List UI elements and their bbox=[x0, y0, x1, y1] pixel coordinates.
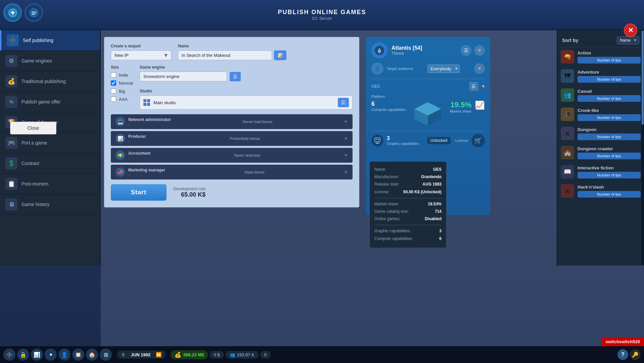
bottom-icon-scan[interactable]: 🔲 bbox=[72, 349, 84, 361]
bottom-icon-grid[interactable]: ⊞ bbox=[100, 349, 112, 361]
pause-button[interactable]: ⏸ bbox=[121, 352, 126, 357]
genre-btn-action[interactable]: Number of tips bbox=[578, 57, 641, 64]
audience-info: Target audience bbox=[387, 67, 413, 71]
bottom-bar: ➕ 🔒 📊 ✦ 👤 🔲 🏠 ⊞ ⏸ JUN 1992 ⏩ 💰 568.22 M$… bbox=[0, 346, 644, 363]
staff-icon-producer: 📊 bbox=[116, 134, 125, 143]
size-normal-checkbox[interactable] bbox=[111, 80, 116, 86]
sort-select[interactable]: Name bbox=[617, 36, 639, 44]
bottom-icon-lock[interactable]: 🔒 bbox=[17, 349, 29, 361]
genre-icon-casual: 👥 bbox=[561, 88, 574, 102]
staff-row-network-admin[interactable]: 💻 Network administrator - Server load bo… bbox=[111, 114, 353, 129]
dice-button[interactable]: 🎲 bbox=[274, 50, 286, 60]
game-engines-icon: ⚙ bbox=[5, 55, 17, 67]
genre-item-hack-n-slash: ⚔ Hack'n'slash Number of tips bbox=[557, 182, 644, 201]
genre-btn-casual[interactable]: Number of tips bbox=[578, 95, 641, 102]
size-indie[interactable]: Indie bbox=[111, 72, 133, 78]
popup-manufacturer-label: Manufacturer: bbox=[374, 174, 399, 180]
name-input-row: 🎲 bbox=[178, 50, 353, 60]
popup-catalog-value: 714 bbox=[435, 208, 442, 215]
staff-row-accountant[interactable]: 💵 Accountant - Taxes' reduction ▼ bbox=[111, 148, 353, 163]
staff-section: 💻 Network administrator - Server load bo… bbox=[111, 114, 353, 179]
popup-license-label: License: bbox=[374, 189, 389, 195]
icon-left-1[interactable] bbox=[3, 3, 22, 22]
sidebar-item-game-history[interactable]: 🖥 Game history bbox=[0, 194, 100, 215]
form-row-sequel-name: Create a sequel New IP ▼ Name 🎲 bbox=[111, 44, 353, 60]
help-button[interactable]: ? bbox=[617, 349, 628, 360]
form-group-sequel: Create a sequel New IP ▼ bbox=[111, 44, 171, 60]
platform-divider-2 bbox=[371, 131, 485, 131]
audience-heart-button[interactable]: ♥ bbox=[474, 63, 485, 74]
studio-grid-icon bbox=[143, 99, 150, 106]
sidebar-item-game-engines[interactable]: ⚙ Game engines bbox=[0, 51, 100, 71]
staff-row-producer[interactable]: 📊 Producer - Productivity bonus ▼ bbox=[111, 131, 353, 146]
sidebar-item-post-mortem[interactable]: 📋 Post-mortem bbox=[0, 174, 100, 194]
engine-input[interactable] bbox=[140, 72, 227, 81]
bottom-icon-plus[interactable]: ➕ bbox=[3, 349, 15, 361]
popup-release-label: Release date: bbox=[374, 181, 399, 188]
platform-header: Atlantis [54] Theme ☰ ♥ bbox=[371, 42, 485, 58]
sidebar-item-contract[interactable]: 💲 Contract bbox=[0, 153, 100, 174]
nintendo-label: switch bbox=[605, 339, 619, 344]
audience-select[interactable]: Everybody bbox=[427, 65, 460, 73]
name-input[interactable] bbox=[178, 50, 272, 60]
staff-dash-marketing: ▼ bbox=[344, 170, 348, 174]
svg-rect-15 bbox=[375, 143, 379, 144]
bottom-icon-home[interactable]: 🏠 bbox=[86, 349, 98, 361]
info-popup: Name: GES Manufacturer: Grantendo Releas… bbox=[369, 161, 447, 248]
sidebar-item-self-publishing[interactable]: ➕ Self publishing bbox=[0, 30, 100, 51]
fast-forward-button[interactable]: ⏩ bbox=[156, 352, 162, 357]
genre-btn-dungeon[interactable]: Number of tips bbox=[578, 133, 641, 140]
platform-theme: Theme bbox=[392, 51, 457, 56]
genre-icon-dungeon: ⚔ bbox=[561, 127, 574, 140]
platform-name: Atlantis [54] bbox=[392, 45, 457, 51]
genre-btn-dungeon-crawler[interactable]: Number of tips bbox=[578, 153, 641, 159]
bottom-icon-star[interactable]: ✦ bbox=[45, 349, 57, 361]
size-aaa[interactable]: AAA bbox=[111, 96, 133, 102]
genre-item-crook-like: 🎩 Crook-like Number of tips bbox=[557, 105, 644, 124]
size-aaa-checkbox[interactable] bbox=[111, 96, 116, 102]
genre-btn-adventure[interactable]: Number of tips bbox=[578, 76, 641, 83]
bottom-icon-chart[interactable]: 📊 bbox=[31, 349, 43, 361]
bottom-icon-person[interactable]: 👤 bbox=[58, 349, 71, 361]
size-normal[interactable]: Normal bbox=[111, 80, 133, 86]
sequel-select[interactable]: New IP bbox=[111, 50, 171, 60]
popup-row-release: Release date: AUG 1983 bbox=[374, 181, 442, 188]
time-display: JUN 1992 bbox=[127, 352, 154, 357]
popup-row-graphic: Graphic capabilities: 3 bbox=[374, 228, 442, 234]
key-icon[interactable]: 🔑 bbox=[630, 349, 641, 360]
cart-button[interactable]: 🛒 bbox=[471, 134, 485, 147]
staff-name-accountant: Accountant bbox=[128, 151, 150, 156]
genre-btn-interactive-fiction[interactable]: Number of tips bbox=[578, 172, 641, 178]
size-big[interactable]: Big bbox=[111, 88, 133, 94]
stats-zero2: 0 bbox=[260, 351, 271, 359]
audience-select-container: Everybody ▼ bbox=[427, 65, 460, 73]
platform-menu-button[interactable]: ☰ bbox=[461, 45, 471, 56]
sidebar-item-port-a-game[interactable]: 🎮 Port a game bbox=[0, 133, 100, 153]
popup-row-catalog: Game catalog size: 714 bbox=[374, 208, 442, 215]
platform-audience-row: 👤 Target audience Everybody ▼ ♥ bbox=[371, 63, 485, 75]
engine-menu-button[interactable]: ☰ bbox=[230, 72, 241, 81]
license-label: License bbox=[455, 138, 468, 143]
genre-info-interactive-fiction: Interactive fiction Number of tips bbox=[578, 165, 641, 178]
genre-btn-hack-n-slash[interactable]: Number of tips bbox=[578, 191, 641, 198]
sidebar-item-publish-game-offer[interactable]: % Publish game offer bbox=[0, 92, 100, 112]
studio-menu-button[interactable]: ☰ bbox=[338, 98, 349, 107]
scrollbar[interactable] bbox=[641, 30, 644, 266]
staff-row-marketing[interactable]: 📣 Marketing manager - Hype bonus ▼ bbox=[111, 165, 353, 179]
popup-online-value: Disabled bbox=[425, 216, 442, 222]
icon-left-2[interactable] bbox=[25, 3, 43, 22]
stats-display: 👥 193.97 K bbox=[226, 351, 259, 359]
platform-heart-button[interactable]: ♥ bbox=[474, 45, 485, 56]
close-x-button[interactable]: ✕ bbox=[624, 24, 637, 37]
size-indie-checkbox[interactable] bbox=[111, 72, 116, 78]
popup-license-value: 60.00 K$ (Unlocked) bbox=[403, 189, 442, 195]
genre-btn-crook-like[interactable]: Number of tips bbox=[578, 114, 641, 121]
close-main-button[interactable]: Close bbox=[10, 122, 56, 134]
ges-menu-button[interactable]: ☰ bbox=[469, 82, 478, 91]
platform-label: Platform bbox=[371, 94, 485, 98]
size-big-checkbox[interactable] bbox=[111, 88, 116, 94]
sidebar-item-traditional-publishing[interactable]: 💰 Traditional publishing bbox=[0, 71, 100, 92]
start-button[interactable]: Start bbox=[111, 184, 167, 201]
genre-icon-interactive-fiction: 📖 bbox=[561, 165, 574, 178]
genre-name-crook-like: Crook-like bbox=[578, 108, 641, 113]
